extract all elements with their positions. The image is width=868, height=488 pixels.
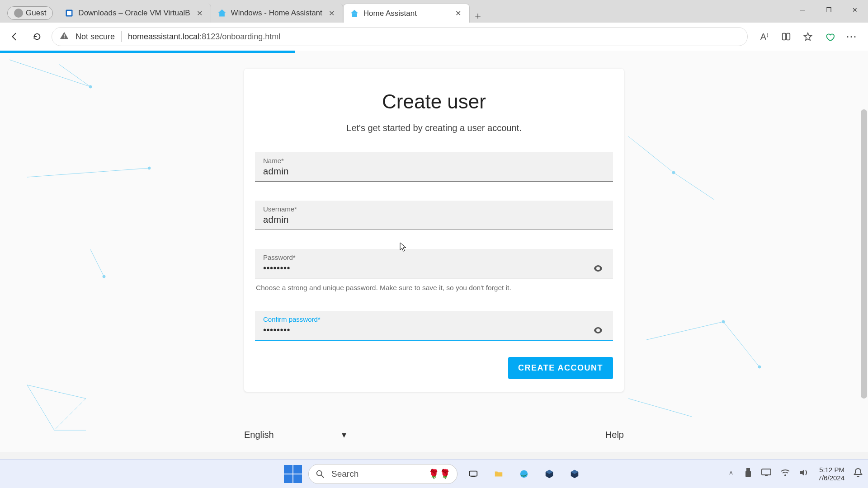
guest-label: Guest [26,9,46,18]
password-field[interactable]: Password* [255,249,613,278]
edge-icon [519,469,529,479]
create-user-card: Create user Let's get started by creatin… [244,69,624,392]
svg-line-16 [54,399,86,430]
task-view-button[interactable] [464,465,483,483]
menu-icon[interactable]: ⋯ [845,31,857,42]
new-tab-button[interactable]: ＋ [470,9,486,23]
page-title: Create user [255,90,613,113]
svg-rect-5 [64,37,65,38]
home-assistant-favicon-icon [350,9,359,18]
tab-windows-home-assistant[interactable]: Windows - Home Assistant ✕ [211,4,343,23]
tab-close-icon[interactable]: ✕ [195,8,204,19]
viewport-scrollbar[interactable] [861,109,867,399]
onboarding-progress [0,51,295,53]
tab-title: Windows - Home Assistant [231,9,322,18]
tab-downloads-virtualbox[interactable]: Downloads – Oracle VM VirtualB ✕ [58,4,211,23]
username-label: Username* [263,205,605,213]
username-field[interactable]: Username* [255,201,613,230]
svg-line-21 [674,173,714,200]
confirm-password-input[interactable] [263,323,591,337]
svg-rect-2 [219,13,225,16]
toggle-confirm-visibility[interactable] [591,324,605,337]
restore-icon: ❐ [826,6,832,14]
notifications-icon[interactable] [854,468,863,480]
search-icon [315,469,325,479]
password-input[interactable] [263,261,591,275]
profile-guest-badge[interactable]: Guest [7,6,53,20]
page-viewport: Create user Let's get started by creatin… [0,51,868,452]
toggle-password-visibility[interactable] [591,262,605,275]
taskbar-center: Search 🌹🌹 [284,464,584,484]
browser-chrome: Guest Downloads – Oracle VM VirtualB ✕ W… [0,0,868,51]
taskbar-clock[interactable]: 5:12 PM 7/6/2024 [818,466,844,482]
edge-button[interactable] [514,465,533,483]
close-icon: ✕ [852,6,858,14]
split-screen-icon[interactable] [780,31,792,42]
extensions-icon[interactable] [824,31,835,42]
virtualbox-button[interactable] [540,465,559,483]
taskbar-right: ＾ 5:12 PM 7/6/2024 [727,466,863,482]
svg-line-19 [628,136,674,173]
taskbar-search[interactable]: Search 🌹🌹 [308,464,458,484]
home-assistant-favicon-icon [217,9,226,18]
svg-line-17 [27,385,54,430]
usb-icon[interactable] [744,468,752,480]
search-highlight-icon: 🌹🌹 [428,469,451,479]
svg-point-25 [758,366,761,368]
monitor-icon[interactable] [761,469,771,479]
url-box[interactable]: Not secure homeassistant.local:8123/onbo… [52,27,748,46]
tab-close-icon[interactable]: ✕ [327,8,336,19]
virtualbox-vm-button[interactable] [565,465,584,483]
back-icon [9,32,19,42]
svg-rect-7 [787,33,790,40]
svg-rect-34 [762,469,771,475]
address-bar-actions: A⁾ ⋯ [754,31,862,42]
confirm-password-field[interactable]: Confirm password* [255,311,613,341]
svg-line-11 [27,168,149,177]
svg-line-8 [9,60,90,87]
start-button[interactable] [284,465,302,483]
language-label: English [244,430,274,440]
svg-point-12 [148,167,151,169]
tab-close-icon[interactable]: ✕ [453,8,463,19]
back-button[interactable] [6,28,23,45]
plus-icon: ＋ [473,9,483,23]
name-field[interactable]: Name* [255,152,613,182]
window-restore-button[interactable]: ❐ [816,0,842,20]
read-aloud-icon[interactable]: A⁾ [759,31,770,42]
svg-point-27 [317,470,322,475]
svg-rect-30 [471,476,475,477]
svg-point-20 [672,171,675,174]
favorite-icon[interactable] [802,31,814,42]
virtualbox-icon [570,469,580,479]
window-close-button[interactable]: ✕ [842,0,868,20]
tab-home-assistant[interactable]: Home Assistant ✕ [343,4,470,23]
language-select[interactable]: English ▾ [244,429,346,440]
file-explorer-button[interactable] [489,465,508,483]
svg-line-26 [628,399,692,417]
eye-icon [593,263,604,274]
svg-rect-29 [470,471,477,476]
window-minimize-button[interactable]: ─ [789,0,816,20]
svg-line-15 [27,385,86,399]
create-account-button[interactable]: CREATE ACCOUNT [508,357,613,379]
separator [121,31,122,42]
help-link[interactable]: Help [605,430,624,440]
address-bar: Not secure homeassistant.local:8123/onbo… [0,23,868,51]
volume-icon[interactable] [799,469,809,479]
reload-button[interactable] [29,28,45,45]
tab-title: Downloads – Oracle VM VirtualB [78,9,190,18]
url-port-path: :8123/onboarding.html [199,32,280,41]
svg-point-9 [89,85,92,88]
page-subtitle: Let's get started by creating a user acc… [255,123,613,133]
name-input[interactable] [263,164,605,178]
tray-chevron-icon[interactable]: ＾ [727,469,735,479]
wifi-icon[interactable] [780,469,790,479]
not-secure-warning-icon [59,31,69,43]
mouse-cursor-icon [400,242,407,252]
onboarding-footer: English ▾ Help [244,429,624,440]
username-input[interactable] [263,213,605,227]
avatar-icon [14,9,23,18]
security-label: Not secure [75,32,115,42]
confirm-password-label: Confirm password* [263,315,605,323]
